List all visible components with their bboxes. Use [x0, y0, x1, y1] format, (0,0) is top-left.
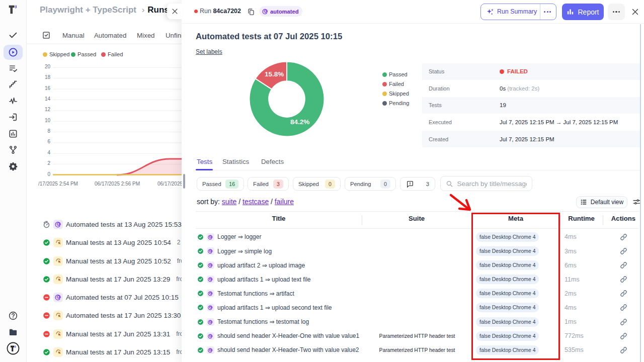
- svg-text:15.8%: 15.8%: [265, 70, 284, 78]
- svg-text:84.2%: 84.2%: [290, 118, 309, 126]
